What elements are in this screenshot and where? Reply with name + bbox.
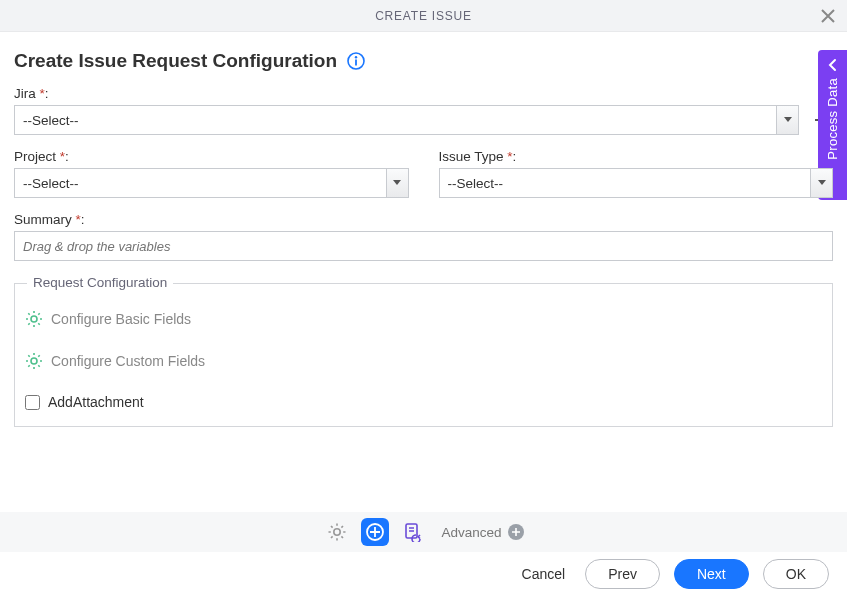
jira-select-toggle[interactable] xyxy=(776,106,798,134)
summary-label: Summary *: xyxy=(14,212,833,227)
footer: Cancel Prev Next OK xyxy=(0,552,847,596)
svg-rect-2 xyxy=(355,60,357,66)
project-label: Project *: xyxy=(14,149,409,164)
toolbar-refresh-button[interactable] xyxy=(399,518,427,546)
issuetype-select[interactable]: --Select-- xyxy=(439,168,834,198)
configure-basic-label: Configure Basic Fields xyxy=(51,311,191,327)
prev-button[interactable]: Prev xyxy=(585,559,660,589)
svg-point-4 xyxy=(31,358,37,364)
process-data-label: Process Data xyxy=(825,78,840,160)
dialog-title: CREATE ISSUE xyxy=(375,9,472,23)
jira-select-value: --Select-- xyxy=(15,113,776,128)
info-icon[interactable] xyxy=(347,52,365,70)
next-button[interactable]: Next xyxy=(674,559,749,589)
chevron-down-icon xyxy=(393,180,401,186)
jira-label: Jira *: xyxy=(14,86,833,101)
gear-icon xyxy=(25,352,43,370)
dialog-body: Create Issue Request Configuration Jira … xyxy=(0,32,847,427)
project-field: Project *: --Select-- xyxy=(14,149,409,198)
gear-icon xyxy=(327,522,347,542)
project-issuetype-row: Project *: --Select-- Issue Type *: --Se… xyxy=(14,149,833,198)
cancel-button[interactable]: Cancel xyxy=(516,562,572,586)
configure-custom-label: Configure Custom Fields xyxy=(51,353,205,369)
jira-select[interactable]: --Select-- xyxy=(14,105,799,135)
toolbar-advanced-button[interactable]: Advanced xyxy=(441,524,523,540)
dialog-header: CREATE ISSUE xyxy=(0,0,847,32)
close-icon xyxy=(821,9,835,23)
toolbar-settings-button[interactable] xyxy=(323,518,351,546)
page-title-row: Create Issue Request Configuration xyxy=(14,50,833,72)
advanced-label: Advanced xyxy=(441,525,501,540)
chevron-down-icon xyxy=(784,117,792,123)
project-select-value: --Select-- xyxy=(15,176,386,191)
svg-point-1 xyxy=(355,56,357,58)
configure-basic-fields-link[interactable]: Configure Basic Fields xyxy=(25,310,822,328)
svg-point-3 xyxy=(31,316,37,322)
chevron-down-icon xyxy=(818,180,826,186)
close-button[interactable] xyxy=(817,5,839,27)
jira-field: Jira *: --Select-- xyxy=(14,86,833,135)
plus-badge-icon xyxy=(508,524,524,540)
summary-input[interactable] xyxy=(14,231,833,261)
gear-icon xyxy=(25,310,43,328)
summary-field: Summary *: xyxy=(14,212,833,261)
document-refresh-icon xyxy=(403,522,423,542)
configure-custom-fields-link[interactable]: Configure Custom Fields xyxy=(25,352,822,370)
plus-circle-icon xyxy=(365,522,385,542)
request-config-legend: Request Configuration xyxy=(27,275,173,290)
issuetype-field: Issue Type *: --Select-- xyxy=(439,149,834,198)
project-select-toggle[interactable] xyxy=(386,169,408,197)
issuetype-label: Issue Type *: xyxy=(439,149,834,164)
ok-button[interactable]: OK xyxy=(763,559,829,589)
toolbar: Advanced xyxy=(0,512,847,552)
issuetype-select-value: --Select-- xyxy=(440,176,811,191)
addattachment-row: AddAttachment xyxy=(25,394,822,410)
toolbar-add-button[interactable] xyxy=(361,518,389,546)
request-config-fieldset: Request Configuration Configure Basic Fi… xyxy=(14,283,833,427)
addattachment-label[interactable]: AddAttachment xyxy=(48,394,144,410)
issuetype-select-toggle[interactable] xyxy=(810,169,832,197)
chevron-left-icon xyxy=(826,58,840,72)
svg-point-5 xyxy=(334,529,340,535)
addattachment-checkbox[interactable] xyxy=(25,395,40,410)
project-select[interactable]: --Select-- xyxy=(14,168,409,198)
page-title: Create Issue Request Configuration xyxy=(14,50,337,72)
